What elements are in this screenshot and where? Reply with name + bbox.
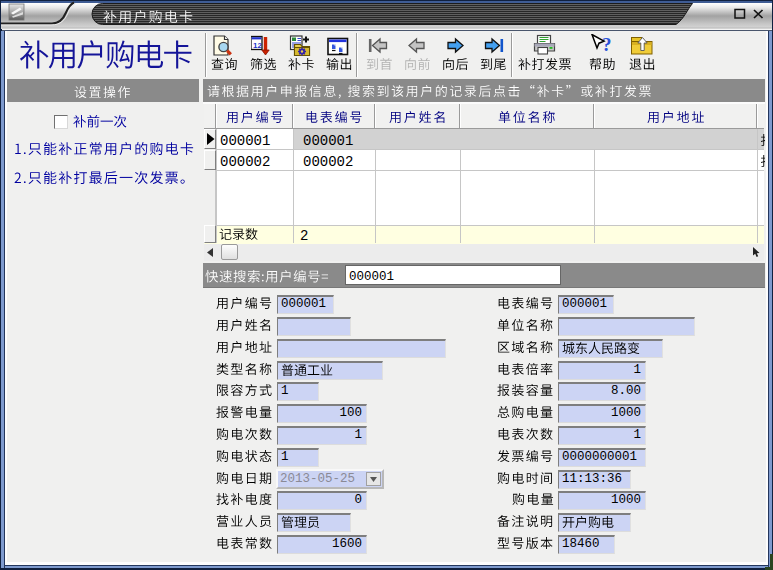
svg-text:12: 12 (253, 41, 262, 50)
svg-text:?: ? (602, 34, 612, 55)
